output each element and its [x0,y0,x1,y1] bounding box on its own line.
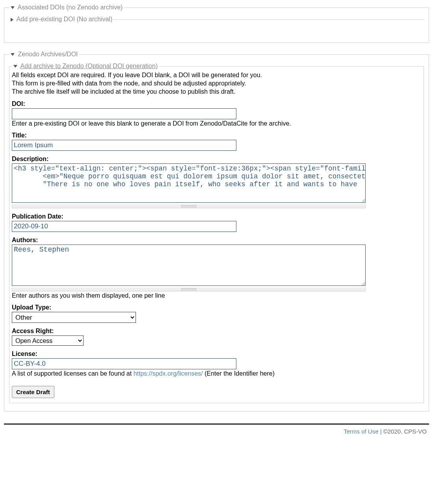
intro-line2: This form is pre-filled with data from t… [12,80,246,87]
upload-type-field: Upload Type: Other [12,304,421,323]
upload-type-label: Upload Type: [12,304,421,311]
description-resize-grip[interactable] [12,204,366,208]
license-label: License: [12,350,421,358]
authors-textarea[interactable] [12,245,366,286]
zenodo-archives-legend-text: Zenodo Archives/DOI [18,51,78,57]
description-field: Description: [12,156,421,208]
create-draft-button[interactable]: Create Draft [12,386,54,398]
authors-resize-grip[interactable] [12,287,366,291]
description-textarea[interactable] [12,163,366,203]
license-input[interactable] [12,358,236,369]
caret-down-icon [11,53,15,56]
license-help-prefix: A list of supported licenses can be foun… [12,370,134,377]
license-help-link[interactable]: https://spdx.org/licenses/ [134,370,203,377]
caret-down-icon [11,6,15,9]
doi-help: Enter a pre-existing DOI or leave this b… [12,120,421,127]
license-help: A list of supported licenses can be foun… [12,370,421,377]
title-label: Title: [12,132,421,139]
footer-sep: | [378,428,383,435]
zenodo-archives-fieldset: Zenodo Archives/DOI Add archive to Zenod… [4,51,429,411]
doi-input[interactable] [12,108,236,119]
license-help-suffix: (Enter the Identifier here) [203,370,275,377]
access-right-label: Access Right: [12,328,421,335]
associated-dois-legend-text: Associated DOIs (no Zenodo archive) [18,4,123,11]
title-field: Title: [12,132,421,151]
pubdate-field: Publication Date: [12,213,421,232]
associated-dois-legend[interactable]: Associated DOIs (no Zenodo archive) [9,4,124,11]
license-field: License: A list of supported licenses ca… [12,350,421,377]
footer: Terms of Use | ©2020. CPS-VO [4,423,429,436]
add-archive-zenodo-legend[interactable]: Add archive to Zenodo (Optional DOI gene… [12,63,159,70]
zenodo-archives-legend[interactable]: Zenodo Archives/DOI [9,51,80,58]
add-preexisting-doi-legend[interactable]: Add pre-existing DOI (No archival) [9,16,114,23]
authors-field: Authors: Enter authors as you wish them … [12,237,421,299]
add-preexisting-doi-fieldset: Add pre-existing DOI (No archival) [9,16,424,23]
add-archive-zenodo-legend-link[interactable]: Add archive to Zenodo (Optional DOI gene… [20,63,158,69]
pubdate-label: Publication Date: [12,213,421,220]
access-right-select[interactable]: Open Access [12,335,84,346]
add-archive-zenodo-fieldset: Add archive to Zenodo (Optional DOI gene… [9,63,424,403]
doi-field: DOI: Enter a pre-existing DOI or leave t… [12,100,421,127]
upload-type-select[interactable]: Other [12,312,136,323]
authors-help: Enter authors as you wish them displayed… [12,292,421,299]
caret-down-icon [13,65,17,68]
pubdate-input[interactable] [12,221,236,232]
description-label: Description: [12,156,421,163]
associated-dois-fieldset: Associated DOIs (no Zenodo archive) Add … [4,4,429,43]
add-preexisting-doi-legend-text: Add pre-existing DOI (No archival) [17,16,113,22]
footer-copyright: ©2020. CPS-VO [383,428,427,435]
access-right-field: Access Right: Open Access [12,328,421,346]
intro-line3: The archive file itself will be included… [12,88,235,95]
authors-label: Authors: [12,237,421,244]
intro-line1: All fields except DOI are required. If y… [12,72,262,78]
intro-text: All fields except DOI are required. If y… [12,71,421,96]
caret-right-icon [11,18,13,22]
title-input[interactable] [12,140,236,151]
terms-of-use-link[interactable]: Terms of Use [344,428,378,435]
doi-label: DOI: [12,100,421,107]
